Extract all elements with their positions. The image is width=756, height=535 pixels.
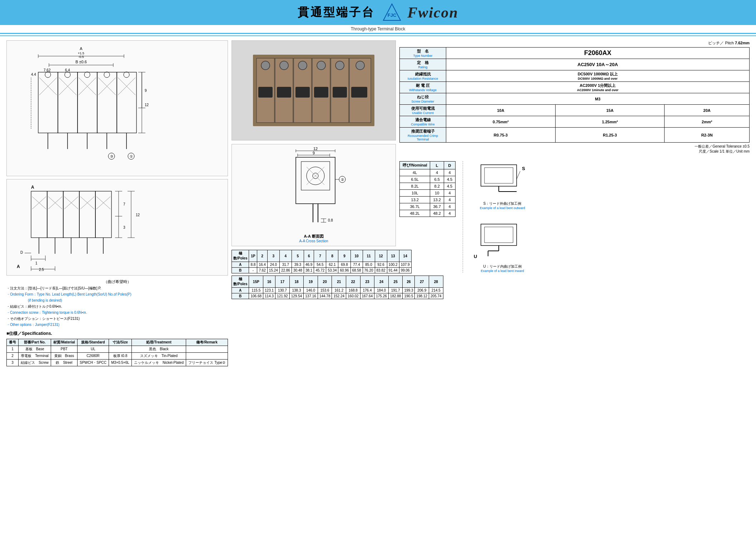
specs-row-terminal: 推奨圧着端子 Rcouumended Crimp Terminal R0.75-… bbox=[400, 128, 750, 143]
svg-text:U: U bbox=[474, 254, 477, 259]
ld-row-367l: 36.7L36.74 bbox=[400, 203, 456, 210]
cross-section-svg: 12 9 bbox=[242, 147, 385, 233]
parts-table: 番号 部番/Part No. 材質/Material 規格/Standard 寸… bbox=[6, 339, 228, 366]
bent-s-svg: S bbox=[470, 161, 534, 200]
svg-rect-54 bbox=[47, 191, 63, 238]
svg-rect-122 bbox=[296, 157, 335, 204]
svg-rect-113 bbox=[351, 87, 367, 98]
svg-text:-0.5: -0.5 bbox=[78, 55, 84, 59]
svg-rect-55 bbox=[63, 191, 79, 238]
poles-section: 極数/Poles 1P 2 3 4 5 6 7 8 9 10 11 12 13 bbox=[232, 250, 396, 299]
svg-point-102 bbox=[261, 61, 270, 70]
svg-text:D: D bbox=[20, 251, 23, 254]
svg-rect-144 bbox=[484, 227, 513, 243]
svg-point-32 bbox=[65, 72, 70, 78]
ld-table-section: 呼び/Nominal L D 4L44 6.5L6.54.5 8.2L8.24.… bbox=[399, 161, 456, 273]
svg-text:9: 9 bbox=[313, 151, 315, 155]
poles-row-b-1: B -7.6215.2422.8630.48 38.145.7253.3460.… bbox=[232, 268, 412, 273]
svg-point-103 bbox=[280, 61, 288, 70]
svg-text:6.4: 6.4 bbox=[65, 68, 70, 72]
svg-rect-143 bbox=[481, 224, 517, 246]
svg-text:7: 7 bbox=[123, 202, 125, 206]
svg-rect-53 bbox=[31, 191, 47, 238]
left-column: A +1.5 -0.5 B ±0.6 4.4 7.62 6.4 bbox=[6, 40, 228, 366]
svg-rect-56 bbox=[79, 191, 95, 238]
page-title: 貫通型端子台 bbox=[298, 5, 375, 20]
svg-marker-0 bbox=[383, 4, 401, 20]
ld-row-65l: 6.5L6.54.5 bbox=[400, 176, 456, 183]
specs-row-current-header: 使用可能電流 Usable Current 10A 15A 20A bbox=[400, 105, 750, 116]
divider bbox=[0, 35, 756, 36]
ld-row-82l: 8.2L8.24.5 bbox=[400, 183, 456, 190]
header-subtitle: Through-type Terminal Block bbox=[0, 25, 756, 34]
vertical-divider bbox=[463, 161, 463, 273]
fujicon-logo: Fwicon bbox=[407, 4, 458, 21]
svg-rect-111 bbox=[314, 87, 328, 98]
top-drawing: A +1.5 -0.5 B ±0.6 4.4 7.62 6.4 bbox=[6, 40, 228, 176]
parts-row-3: 3 結線ビス Screw 鉄 Streel SPWCH・SPCC M3×0.5×… bbox=[7, 359, 228, 366]
specs-row-type: 型 名 Type Number F2060AX bbox=[400, 48, 750, 59]
product-photo-svg bbox=[239, 44, 389, 137]
ld-table: 呼び/Nominal L D 4L44 6.5L6.54.5 8.2L8.24.… bbox=[399, 161, 456, 217]
svg-text:②: ② bbox=[341, 178, 344, 182]
svg-text:①: ① bbox=[130, 154, 133, 158]
poles-header-2: 極数/Poles bbox=[232, 276, 249, 288]
svg-text:0.8: 0.8 bbox=[328, 218, 333, 222]
specs-row-screw: ねじ径 Screw Diameter M3 bbox=[400, 93, 750, 105]
bent-s-example: S S：リード外曲げ加工例 Example of a lead bent out… bbox=[470, 161, 534, 210]
ordering-note1: ・注文方法：[型名]―[リード長]L―[面げ寸法]S/U―[極数] P. ・Or… bbox=[6, 285, 228, 303]
parts-col-treatment: 処理/Treatment bbox=[131, 339, 186, 346]
ld-col-d: D bbox=[444, 162, 455, 169]
svg-rect-16 bbox=[38, 72, 58, 133]
svg-text:A: A bbox=[17, 264, 20, 269]
poles-row-a-1: A 8.816.424.031.739.3 46.954.562.169.877… bbox=[232, 262, 412, 268]
svg-point-106 bbox=[335, 61, 344, 70]
specs-table: 型 名 Type Number F2060AX 定 格 Rating AC250… bbox=[399, 47, 750, 143]
svg-text:12: 12 bbox=[313, 147, 318, 151]
svg-rect-20 bbox=[117, 72, 136, 133]
svg-rect-19 bbox=[97, 72, 117, 133]
parts-col-partno: 部番/Part No. bbox=[19, 339, 51, 346]
parts-col-num: 番号 bbox=[7, 339, 19, 346]
svg-text:7.62: 7.62 bbox=[44, 68, 51, 72]
cross-section-label-jp: A-A 断面図 bbox=[235, 234, 393, 239]
ld-row-10l: 10L104 bbox=[400, 190, 456, 197]
svg-point-104 bbox=[298, 61, 307, 70]
parts-col-standard: 規格/Standard bbox=[77, 339, 109, 346]
svg-text:③: ③ bbox=[110, 154, 113, 158]
product-photo bbox=[232, 40, 396, 140]
ordering-section: （曲げ希望時） ・注文方法：[型名]―[リード長]L―[面げ寸法]S/U―[極数… bbox=[6, 278, 228, 328]
cross-section-label-en: A-A Cross Section bbox=[235, 239, 393, 243]
ld-col-nominal: 呼び/Nominal bbox=[400, 162, 430, 169]
parts-row-1: 1 基板 Base PBT UL 黒色 Black bbox=[7, 346, 228, 352]
svg-text:2.5: 2.5 bbox=[39, 268, 44, 272]
svg-point-107 bbox=[356, 61, 364, 70]
svg-text:A: A bbox=[80, 46, 83, 51]
svg-text:4.4: 4.4 bbox=[31, 73, 36, 76]
bent-s-label-en: Example of a lead bent outward bbox=[470, 206, 534, 210]
middle-column: 12 9 bbox=[232, 40, 396, 366]
front-view-svg: A +1.5 -0.5 B ±0.6 4.4 7.62 6.4 bbox=[10, 44, 217, 165]
ld-row-4l: 4L44 bbox=[400, 169, 456, 176]
svg-rect-112 bbox=[333, 87, 347, 98]
parts-col-size: 寸法/Size bbox=[109, 339, 132, 346]
specs-row-voltage: 耐 電 圧 Withstands Voltage AC2000V 1分間以上 A… bbox=[400, 82, 750, 93]
pitch-label: ピッチ／ Pitch 7.62mm bbox=[399, 40, 750, 46]
svg-point-105 bbox=[317, 61, 325, 70]
svg-point-35 bbox=[124, 72, 129, 78]
svg-rect-138 bbox=[484, 168, 513, 183]
svg-rect-137 bbox=[481, 165, 517, 186]
svg-rect-110 bbox=[295, 87, 310, 98]
svg-rect-17 bbox=[58, 72, 78, 133]
svg-text:9: 9 bbox=[145, 89, 147, 93]
specs-title: ■仕様／Specifications. bbox=[6, 331, 228, 337]
side-drawing: A bbox=[6, 179, 228, 276]
specs-row-wire: 適合電線 Compatible Wire 0.75mm² 1.25mm² 2mm… bbox=[400, 116, 750, 128]
svg-rect-18 bbox=[78, 72, 97, 133]
svg-text:12: 12 bbox=[145, 103, 149, 107]
svg-text:FJC: FJC bbox=[388, 13, 397, 18]
parts-col-remark: 備考/Remark bbox=[186, 339, 228, 346]
bent-u-svg: U bbox=[470, 221, 534, 263]
svg-text:+1.5: +1.5 bbox=[78, 51, 84, 55]
svg-text:12: 12 bbox=[136, 213, 140, 217]
